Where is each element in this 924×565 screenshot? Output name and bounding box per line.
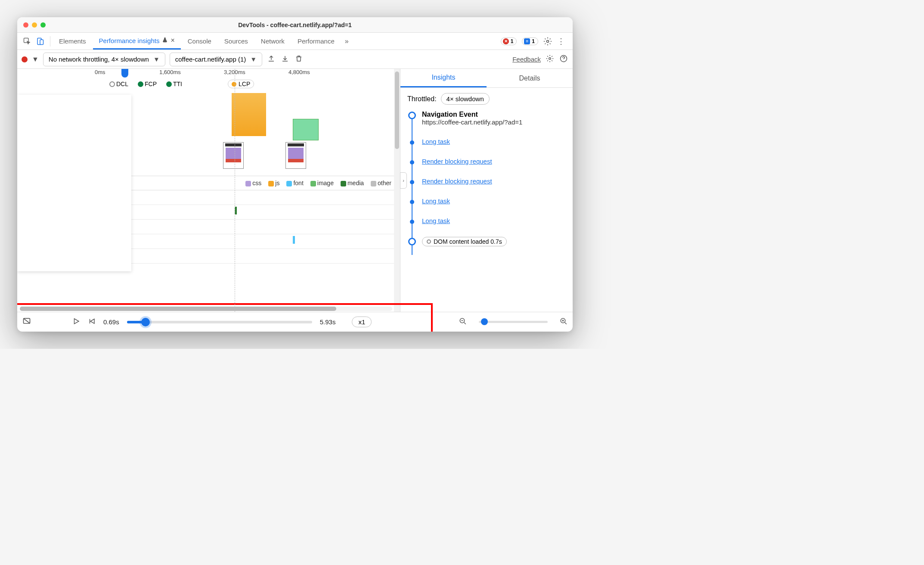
- tab-elements[interactable]: Elements: [53, 33, 92, 50]
- insight-link[interactable]: Long task: [422, 217, 450, 224]
- event-node-icon: [410, 220, 414, 224]
- close-tab-icon[interactable]: ×: [171, 37, 174, 44]
- insights-sidebar: › Insights Details Throttled: 4× slowdow…: [400, 69, 573, 312]
- import-icon[interactable]: [280, 54, 290, 65]
- gear-icon[interactable]: [543, 37, 552, 46]
- play-icon[interactable]: [72, 317, 80, 327]
- insight-link[interactable]: Long task: [422, 138, 450, 145]
- event-node-icon: [408, 112, 416, 119]
- playback-speed-chip[interactable]: x1: [352, 317, 372, 327]
- legend-image: image: [310, 180, 334, 186]
- panel-settings-icon[interactable]: [545, 54, 555, 65]
- tooltip-overlay: [17, 95, 131, 271]
- media-tick[interactable]: [235, 207, 237, 214]
- markers-row: DCL FCP TTI LCP: [17, 78, 400, 90]
- insights-toolbar: ▼ No network throttling, 4× slowdown▼ co…: [17, 50, 573, 69]
- svg-point-3: [547, 40, 549, 42]
- svg-point-4: [549, 57, 551, 59]
- more-tabs-icon[interactable]: »: [341, 37, 352, 45]
- image-block[interactable]: [293, 119, 319, 140]
- throttled-chip[interactable]: 4× slowdown: [441, 93, 490, 105]
- filmstrip: [95, 142, 396, 172]
- time-ruler: 0ms 1,600ms 3,200ms 4,800ms: [17, 69, 400, 78]
- legend-media: media: [341, 180, 364, 186]
- timeline-panel[interactable]: 0ms 1,600ms 3,200ms 4,800ms DCL FCP TTI …: [17, 69, 400, 312]
- tab-console[interactable]: Console: [182, 33, 217, 50]
- playback-toolbar: 0.69s 5.93s x1: [17, 312, 573, 332]
- legend-font: font: [286, 180, 303, 186]
- devtools-tabbar: Elements Performance insights × Console …: [17, 33, 573, 50]
- toggle-preview-icon[interactable]: [22, 317, 31, 327]
- feedback-link[interactable]: Feedback: [512, 56, 541, 63]
- device-toolbar-icon[interactable]: [36, 37, 44, 45]
- sidebar-tab-insights[interactable]: Insights: [400, 69, 487, 87]
- playback-slider[interactable]: [127, 321, 312, 323]
- dcl-chip[interactable]: DOM content loaded 0.7s: [422, 237, 507, 246]
- sidebar-tab-details[interactable]: Details: [487, 69, 573, 87]
- insight-link[interactable]: Long task: [422, 197, 450, 205]
- kebab-icon[interactable]: ⋮: [557, 37, 565, 46]
- record-dropdown-icon[interactable]: ▼: [32, 56, 39, 63]
- nav-event-title: Navigation Event: [422, 111, 566, 118]
- event-node-icon: [410, 160, 414, 165]
- insight-link[interactable]: Render blocking request: [422, 158, 492, 165]
- window-zoom-dot[interactable]: [40, 22, 46, 28]
- playback-start-time: 0.69s: [103, 318, 119, 326]
- event-node-icon: [410, 200, 414, 204]
- throttled-label: Throttled:: [407, 95, 437, 103]
- tab-performance-insights[interactable]: Performance insights ×: [93, 33, 181, 50]
- titlebar: DevTools - coffee-cart.netlify.app/?ad=1: [17, 17, 573, 33]
- legend-js: js: [268, 180, 279, 186]
- fcp-marker[interactable]: FCP: [138, 81, 157, 87]
- playback-end-time: 5.93s: [320, 318, 336, 326]
- font-tick[interactable]: [293, 236, 295, 244]
- trash-icon[interactable]: [294, 54, 304, 65]
- message-icon: ≡: [524, 38, 530, 44]
- event-node-icon: [410, 140, 414, 145]
- seek-start-icon[interactable]: [88, 317, 96, 327]
- page-select[interactable]: coffee-cart.netlify.app (1)▼: [170, 53, 262, 66]
- screenshot-thumb[interactable]: [285, 142, 306, 169]
- record-button[interactable]: [22, 56, 28, 62]
- lcp-marker[interactable]: LCP: [228, 80, 254, 88]
- svg-rect-2: [40, 40, 43, 44]
- long-task-block[interactable]: [232, 93, 266, 136]
- errors-badge[interactable]: ✕ 1: [501, 37, 517, 45]
- zoom-in-icon[interactable]: [560, 317, 567, 327]
- event-node-icon: [410, 180, 414, 184]
- event-node-icon: [408, 238, 416, 245]
- screenshot-thumb[interactable]: [223, 142, 244, 169]
- tti-marker[interactable]: TTI: [166, 81, 182, 87]
- legend-css: css: [245, 180, 261, 186]
- slider-thumb-icon[interactable]: [141, 318, 150, 326]
- ruler-tick: 1,600ms: [159, 69, 224, 78]
- vertical-scrollbar[interactable]: [394, 69, 400, 312]
- export-icon[interactable]: [267, 54, 276, 65]
- zoom-thumb-icon[interactable]: [481, 318, 488, 325]
- flask-icon: [162, 37, 168, 44]
- timeline-blocks: [95, 93, 396, 140]
- horizontal-scrollbar[interactable]: [20, 307, 392, 311]
- dcl-marker[interactable]: DCL: [109, 81, 128, 87]
- ruler-tick: 3,200ms: [224, 69, 288, 78]
- tab-network[interactable]: Network: [255, 33, 291, 50]
- window-close-dot[interactable]: [23, 22, 28, 28]
- window-title: DevTools - coffee-cart.netlify.app/?ad=1: [17, 22, 573, 28]
- inspect-element-icon[interactable]: [23, 37, 31, 45]
- insight-link[interactable]: Render blocking request: [422, 177, 492, 185]
- window-minimize-dot[interactable]: [32, 22, 37, 28]
- help-icon[interactable]: [559, 54, 568, 65]
- legend-other: other: [371, 180, 391, 186]
- messages-badge[interactable]: ≡ 1: [522, 37, 538, 45]
- error-icon: ✕: [503, 38, 509, 44]
- tab-sources[interactable]: Sources: [218, 33, 254, 50]
- ruler-tick: 4,800ms: [288, 69, 353, 78]
- ruler-tick: 0ms: [95, 69, 159, 78]
- zoom-out-icon[interactable]: [459, 317, 467, 327]
- zoom-slider[interactable]: [479, 321, 548, 323]
- tab-performance[interactable]: Performance: [291, 33, 341, 50]
- nav-event-url: https://coffee-cart.netlify.app/?ad=1: [422, 118, 566, 126]
- throttle-select[interactable]: No network throttling, 4× slowdown▼: [43, 53, 165, 66]
